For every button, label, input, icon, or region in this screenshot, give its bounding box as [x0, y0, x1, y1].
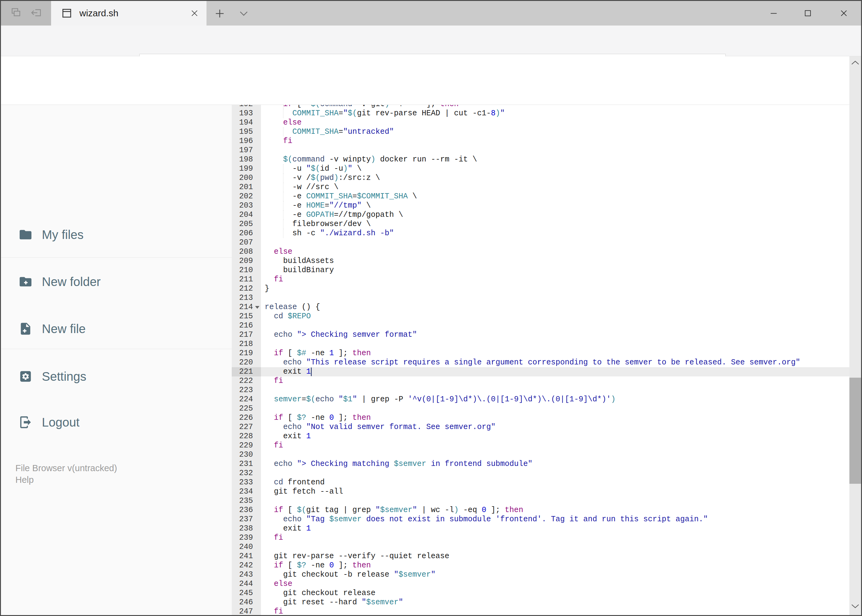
code-text[interactable]: git reset --hard "$semver"	[261, 598, 849, 607]
code-text[interactable]: exit 1	[261, 367, 849, 376]
code-text[interactable]	[261, 542, 849, 552]
code-text[interactable]	[261, 386, 849, 395]
code-line[interactable]: 210 buildBinary	[232, 266, 849, 275]
set-tabs-aside-icon[interactable]	[30, 7, 43, 19]
code-text[interactable]: $(command -v winpty) docker run --rm -it…	[261, 155, 849, 164]
code-text[interactable]: semver=$(echo "$1" | grep -P '^v(0|[1-9]…	[261, 395, 849, 404]
code-line[interactable]: 208 else	[232, 247, 849, 256]
saved-tabs-icon[interactable]	[9, 7, 22, 19]
code-line[interactable]: 214release () {	[232, 303, 849, 312]
code-text[interactable]: buildAssets	[261, 256, 849, 266]
sidebar-item-logout[interactable]: Logout	[1, 412, 232, 433]
code-text[interactable]: if [ "$(command -v git)" != "" ]; then	[261, 105, 849, 109]
code-text[interactable]: echo "This release script requires a sin…	[261, 358, 849, 367]
code-line[interactable]: 244 else	[232, 580, 849, 589]
code-line[interactable]: 199 -u "$(id -u)" \	[232, 164, 849, 173]
code-line[interactable]: 223	[232, 386, 849, 395]
code-text[interactable]: exit 1	[261, 524, 849, 533]
code-text[interactable]: echo "Not valid semver format. See semve…	[261, 423, 849, 432]
code-line[interactable]: 193 COMMIT_SHA="$(git rev-parse HEAD | c…	[232, 109, 849, 118]
code-line[interactable]: 234 git fetch --all	[232, 487, 849, 497]
code-line[interactable]: 201 -w //src \	[232, 183, 849, 192]
code-text[interactable]: -e HOME="//tmp" \	[261, 201, 849, 211]
code-line[interactable]: 229 fi	[232, 441, 849, 450]
code-line[interactable]: 211 fi	[232, 275, 849, 284]
code-line[interactable]: 219 if [ $# -ne 1 ]; then	[232, 349, 849, 358]
sidebar-item-my-files[interactable]: My files	[1, 224, 232, 245]
code-text[interactable]: echo "> Checking semver format"	[261, 330, 849, 339]
minimize-button[interactable]	[760, 1, 788, 25]
scrollbar-thumb[interactable]	[849, 378, 861, 484]
code-text[interactable]	[261, 321, 849, 330]
scroll-down-icon[interactable]	[849, 602, 861, 611]
code-line[interactable]: 245 git checkout release	[232, 589, 849, 598]
code-text[interactable]: fi	[261, 137, 849, 146]
code-text[interactable]: git rev-parse --verify --quiet release	[261, 552, 849, 561]
code-line[interactable]: 209 buildAssets	[232, 256, 849, 266]
code-text[interactable]: fi	[261, 376, 849, 386]
code-line[interactable]: 243 git checkout -b release "$semver"	[232, 570, 849, 580]
scroll-up-icon[interactable]	[849, 58, 861, 68]
code-line[interactable]: 202 -e COMMIT_SHA=$COMMIT_SHA \	[232, 192, 849, 201]
fold-widget-icon[interactable]	[255, 306, 259, 309]
code-text[interactable]: git checkout release	[261, 589, 849, 598]
code-text[interactable]: -u "$(id -u)" \	[261, 164, 849, 173]
code-line[interactable]: 224 semver=$(echo "$1" | grep -P '^v(0|[…	[232, 395, 849, 404]
code-line[interactable]: 206 sh -c "./wizard.sh -b"	[232, 229, 849, 238]
code-line[interactable]: 242 if [ $? -ne 0 ]; then	[232, 561, 849, 570]
code-line[interactable]: 230	[232, 450, 849, 459]
code-line[interactable]: 247 fi	[232, 607, 849, 616]
code-text[interactable]	[261, 293, 849, 303]
code-text[interactable]: release () {	[261, 303, 849, 312]
code-line[interactable]: 246 git reset --hard "$semver"	[232, 598, 849, 607]
code-text[interactable]	[261, 469, 849, 478]
code-text[interactable]: if [ $# -ne 1 ]; then	[261, 349, 849, 358]
code-text[interactable]: -v /$(pwd):/src:z \	[261, 173, 849, 183]
code-line[interactable]: 215 cd $REPO	[232, 312, 849, 321]
code-text[interactable]: if [ $(git tag | grep "$semver" | wc -l)…	[261, 506, 849, 515]
code-line[interactable]: 226 if [ $? -ne 0 ]; then	[232, 413, 849, 423]
code-line[interactable]: 232	[232, 469, 849, 478]
code-line[interactable]: 240	[232, 542, 849, 552]
code-line[interactable]: 222 fi	[232, 376, 849, 386]
code-text[interactable]: git checkout -b release "$semver"	[261, 570, 849, 580]
code-text[interactable]: if [ $? -ne 0 ]; then	[261, 413, 849, 423]
code-line[interactable]: 216	[232, 321, 849, 330]
code-line[interactable]: 238 exit 1	[232, 524, 849, 533]
new-tab-icon[interactable]	[214, 8, 225, 19]
code-text[interactable]	[261, 497, 849, 506]
code-line[interactable]: 197	[232, 146, 849, 155]
code-line[interactable]: 221 exit 1	[232, 367, 849, 376]
code-text[interactable]: exit 1	[261, 432, 849, 441]
page-scrollbar[interactable]	[849, 56, 861, 616]
code-line[interactable]: 213	[232, 293, 849, 303]
tab-close-icon[interactable]	[191, 9, 199, 17]
code-editor[interactable]: 192 if [ "$(command -v git)" != "" ]; th…	[232, 105, 849, 616]
code-line[interactable]: 241 git rev-parse --verify --quiet relea…	[232, 552, 849, 561]
code-text[interactable]: fi	[261, 441, 849, 450]
code-line[interactable]: 237 echo "Tag $semver does not exist in …	[232, 515, 849, 524]
code-text[interactable]: echo "Tag $semver does not exist in subm…	[261, 515, 849, 524]
code-text[interactable]: }	[261, 284, 849, 293]
code-text[interactable]: COMMIT_SHA="$(git rev-parse HEAD | cut -…	[261, 109, 849, 118]
code-line[interactable]: 231 echo "> Checking matching $semver in…	[232, 459, 849, 469]
code-line[interactable]: 194 else	[232, 118, 849, 127]
sidebar-item-new-folder[interactable]: New folder	[1, 271, 232, 292]
code-line[interactable]: 205 filebrowser/dev \	[232, 220, 849, 229]
code-line[interactable]: 217 echo "> Checking semver format"	[232, 330, 849, 339]
code-line[interactable]: 207	[232, 238, 849, 247]
code-line[interactable]: 228 exit 1	[232, 432, 849, 441]
code-text[interactable]: filebrowser/dev \	[261, 220, 849, 229]
code-line[interactable]: 203 -e HOME="//tmp" \	[232, 201, 849, 211]
code-line[interactable]: 200 -v /$(pwd):/src:z \	[232, 173, 849, 183]
code-text[interactable]: -w //src \	[261, 183, 849, 192]
code-text[interactable]: git fetch --all	[261, 487, 849, 497]
code-line[interactable]: 204 -e GOPATH=//tmp/gopath \	[232, 211, 849, 220]
code-line[interactable]: 233 cd frontend	[232, 478, 849, 487]
code-text[interactable]	[261, 404, 849, 413]
code-text[interactable]: fi	[261, 275, 849, 284]
code-text[interactable]	[261, 238, 849, 247]
help-link[interactable]: Help	[16, 475, 34, 485]
browser-tab[interactable]: wizard.sh	[51, 1, 206, 25]
code-text[interactable]: COMMIT_SHA="untracked"	[261, 127, 849, 137]
